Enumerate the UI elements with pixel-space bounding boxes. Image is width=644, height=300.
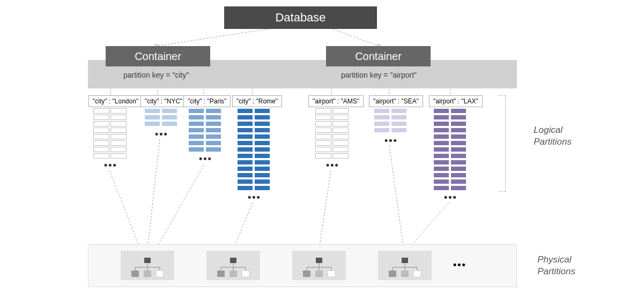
logical-partitions-label: LogicalPartitions [534,124,572,148]
ellipsis-icon: ••• [155,129,168,140]
svg-rect-37 [402,258,408,263]
logical-bracket [498,95,506,192]
svg-line-2 [332,29,379,46]
container-left: Container [106,46,210,66]
svg-line-5 [156,165,204,250]
partition-nyc: "city" : "NYC" [140,95,187,107]
svg-line-3 [109,170,140,250]
partition-key-airport: partition key = "airport" [341,71,417,79]
partition-paris: "city" : "Paris" [183,95,231,107]
partition-lax: "airport" : "LAX" [429,95,483,107]
svg-line-1 [157,29,268,46]
svg-line-9 [408,202,449,250]
ellipsis-icon: ••• [326,160,339,171]
svg-rect-19 [230,258,236,263]
database-box: Database [224,6,377,29]
container-right: Container [326,46,431,66]
server-tree-icon [386,257,424,278]
physical-partition [292,251,346,280]
ellipsis-icon: ••• [104,160,117,171]
svg-rect-27 [242,271,249,277]
partition-sea: "airport" : "SEA" [369,95,423,107]
svg-rect-44 [401,271,409,277]
ellipsis-icon: ••• [384,135,398,146]
cells-paris [188,108,221,152]
svg-line-8 [389,146,404,250]
svg-rect-28 [316,258,322,263]
cells-ams [315,108,349,159]
svg-rect-35 [315,271,323,277]
svg-rect-25 [217,271,225,277]
svg-rect-36 [328,271,335,277]
svg-rect-10 [144,258,151,263]
svg-rect-16 [131,271,139,277]
cells-london [93,108,127,159]
cells-nyc [144,108,177,126]
svg-line-4 [147,139,160,250]
svg-rect-18 [156,271,164,277]
svg-rect-26 [230,271,237,277]
server-tree-icon [129,257,166,278]
cells-sea [374,108,407,133]
partition-rome: "city" : "Rome" [232,95,282,107]
server-tree-icon [214,257,252,278]
svg-line-7 [319,170,331,250]
ellipsis-icon: ••• [199,153,212,164]
ellipsis-icon: ••• [453,259,467,271]
physical-partition [378,251,432,280]
svg-rect-43 [389,271,396,277]
svg-line-6 [233,202,253,250]
cells-rome [237,108,270,191]
svg-rect-45 [413,271,421,277]
partition-ams: "airport" : "AMS" [308,95,364,107]
svg-rect-34 [303,271,310,277]
svg-rect-17 [144,271,151,277]
physical-partition [206,251,260,280]
cells-lax [433,108,467,191]
partition-london: "city" : "London" [88,95,143,107]
ellipsis-icon: ••• [444,192,457,203]
physical-partition [121,251,174,280]
partition-key-city: partition key = "city" [123,71,189,79]
physical-partitions-label: PhysicalPartitions [537,254,575,278]
server-tree-icon [300,257,338,278]
ellipsis-icon: ••• [248,192,261,203]
